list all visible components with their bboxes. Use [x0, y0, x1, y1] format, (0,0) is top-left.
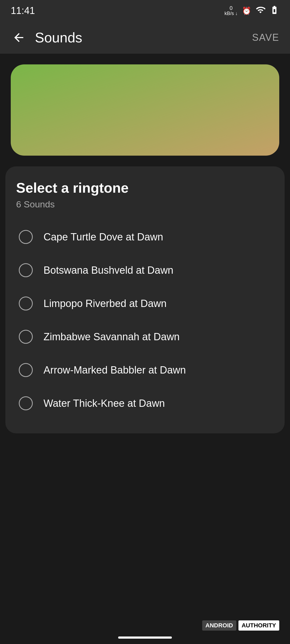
home-bar: [118, 636, 172, 639]
data-transfer-icon: 0 kB/s ↓: [224, 5, 238, 16]
hero-image: [11, 64, 279, 156]
radio-button-6[interactable]: [19, 396, 33, 410]
status-time: 11:41: [11, 5, 35, 16]
list-item[interactable]: Zimbabwe Savannah at Dawn: [16, 320, 274, 353]
status-bar: 11:41 0 kB/s ↓ ⏰: [0, 0, 290, 21]
list-item[interactable]: Water Thick-Knee at Dawn: [16, 387, 274, 420]
radio-button-2[interactable]: [19, 263, 33, 277]
hero-container: [0, 54, 290, 164]
back-button[interactable]: [11, 30, 27, 46]
radio-button-3[interactable]: [19, 297, 33, 310]
card-title: Select a ringtone: [16, 180, 274, 196]
ringtone-name-5: Arrow-Marked Babbler at Dawn: [44, 364, 186, 376]
card-subtitle: 6 Sounds: [16, 199, 274, 210]
list-item[interactable]: Limpopo Riverbed at Dawn: [16, 287, 274, 320]
app-bar: Sounds SAVE: [0, 21, 290, 54]
ringtone-name-3: Limpopo Riverbed at Dawn: [44, 298, 166, 309]
status-icons: 0 kB/s ↓ ⏰: [224, 5, 279, 17]
save-button[interactable]: SAVE: [252, 32, 279, 43]
watermark-authority-label: AUTHORITY: [238, 620, 279, 631]
radio-button-1[interactable]: [19, 230, 33, 244]
app-bar-left: Sounds: [11, 30, 82, 46]
ringtone-name-4: Zimbabwe Savannah at Dawn: [44, 331, 180, 343]
watermark-android-label: ANDROID: [202, 620, 236, 631]
page-title: Sounds: [35, 30, 82, 46]
ringtone-name-1: Cape Turtle Dove at Dawn: [44, 231, 163, 243]
wifi-icon: [256, 5, 265, 17]
list-item[interactable]: Cape Turtle Dove at Dawn: [16, 220, 274, 254]
ringtone-name-6: Water Thick-Knee at Dawn: [44, 398, 165, 409]
ringtone-list: Cape Turtle Dove at Dawn Botswana Bushve…: [16, 220, 274, 420]
ringtone-name-2: Botswana Bushveld at Dawn: [44, 265, 173, 276]
list-item[interactable]: Botswana Bushveld at Dawn: [16, 254, 274, 287]
radio-button-4[interactable]: [19, 330, 33, 344]
alarm-icon: ⏰: [242, 6, 251, 15]
ringtone-selector-card: Select a ringtone 6 Sounds Cape Turtle D…: [5, 166, 285, 433]
list-item[interactable]: Arrow-Marked Babbler at Dawn: [16, 353, 274, 387]
radio-button-5[interactable]: [19, 363, 33, 377]
battery-icon: [270, 5, 279, 17]
watermark: ANDROID AUTHORITY: [202, 620, 279, 631]
